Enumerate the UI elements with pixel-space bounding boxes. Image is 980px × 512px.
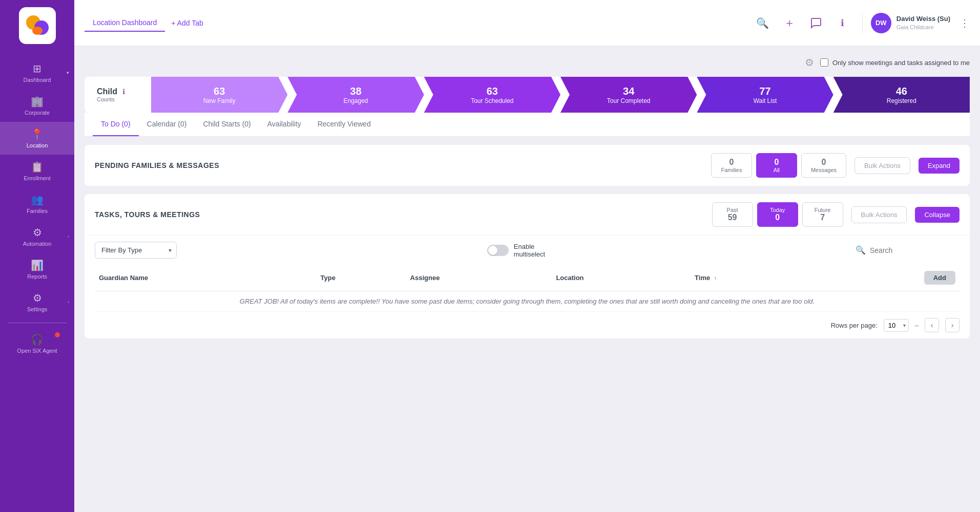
info-icon-button[interactable]: ℹ [833,14,852,32]
col-type: Type [316,265,406,291]
pending-expand-button[interactable]: Expand [919,158,960,174]
add-tab-button[interactable]: + Add Tab [165,15,209,31]
pipeline-stage-wait-list[interactable]: 77Wait List [697,77,833,113]
sidebar-item-dashboard[interactable]: ⊞ Dashboard ▾ [0,56,74,89]
pipeline-stages: 63New Family38Engaged63Tour Scheduled34T… [151,77,970,113]
tasks-collapse-button[interactable]: Collapse [915,207,960,223]
tasks-card: TASKS, TOURS & MEETINGS Past59Today0Futu… [85,194,970,338]
prev-page-button[interactable]: ‹ [925,318,939,332]
stage-name: New Family [203,97,236,104]
sidebar-item-corporate[interactable]: 🏢 Corporate [0,89,74,122]
stage-count: 63 [214,86,225,97]
corporate-icon: 🏢 [31,95,44,108]
col-time[interactable]: Time ↑ [691,265,807,291]
search-icon: 🔍 [856,245,866,255]
header-tab-location-dashboard[interactable]: Location Dashboard [85,14,165,32]
pending-filter-families[interactable]: 0Families [711,153,752,178]
sidebar-item-location[interactable]: 📍 Location [0,122,74,155]
pipeline-subtitle: Counts [97,96,115,102]
page-dash: – [915,322,919,329]
sidebar-item-open-six-agent[interactable]: 🎧 Open SiX Agent [0,327,74,360]
user-name: David Weiss (Su) [896,15,950,24]
pipeline-stage-registered[interactable]: 46Registered [833,77,970,113]
stage-count: 63 [487,86,498,97]
child-counts-pipeline: Child ℹ Counts 63New Family38Engaged63To… [85,77,970,113]
filter-label: All [774,167,780,173]
filter-count: 0 [729,158,734,167]
sidebar-item-enrollment[interactable]: 📋 Enrollment [0,155,74,187]
tab-todo[interactable]: To Do (0) [93,113,139,136]
multiselect-toggle[interactable] [487,245,509,256]
tasks-bulk-actions-button[interactable]: Bulk Actions [851,206,907,223]
filter-count: 0 [774,158,779,167]
pending-filter-messages[interactable]: 0Messages [801,153,846,178]
multiselect-toggle-group: Enablemultiselect [487,243,545,258]
rows-per-page-select[interactable]: 10 25 50 [884,319,909,332]
filter-label: Families [721,167,742,173]
tasks-table: Guardian Name Type Assignee Location Tim [95,265,960,312]
avatar: DW [871,13,891,33]
tabs-section: To Do (0)Calendar (0)Child Starts (0)Ava… [85,113,970,137]
filter-type-select-wrapper: Filter By Type ▾ [95,242,177,259]
sidebar-item-settings[interactable]: ⚙ Settings › [0,286,74,318]
header: Location Dashboard + Add Tab 🔍 ＋ ℹ DW Da… [74,0,980,46]
tab-availability[interactable]: Availability [259,113,309,136]
search-input[interactable] [870,246,960,254]
multiselect-label: Enablemultiselect [514,243,545,258]
toggle-thumb [488,246,497,255]
tab-calendar[interactable]: Calendar (0) [139,113,195,136]
pipeline-stage-tour-scheduled[interactable]: 63Tour Scheduled [424,77,560,113]
tasks-filter-past[interactable]: Past59 [712,202,753,227]
meetings-filter-checkbox[interactable]: Only show meetings and tasks assigned to… [820,58,970,67]
stage-count: 38 [350,86,361,97]
user-more-button[interactable]: ⋮ [960,17,970,29]
tab-recently-viewed[interactable]: Recently Viewed [309,113,379,136]
tasks-title: TASKS, TOURS & MEETINGS [95,210,704,219]
filter-label: Past [727,207,738,213]
sidebar-navigation: ⊞ Dashboard ▾ 🏢 Corporate 📍 Location 📋 E… [0,51,74,512]
tasks-filter-today[interactable]: Today0 [757,202,798,227]
filter-label: Today [770,207,785,213]
tab-child-starts[interactable]: Child Starts (0) [195,113,259,136]
filter-label: Future [815,207,831,213]
main-content: ⚙ Only show meetings and tasks assigned … [74,46,980,512]
pending-bulk-actions-button[interactable]: Bulk Actions [854,157,910,174]
pipeline-stage-tour-completed[interactable]: 34Tour Completed [560,77,697,113]
tasks-empty-message: GREAT JOB! All of today's items are comp… [95,291,960,312]
stage-count: 46 [896,86,907,97]
pipeline-stage-engaged[interactable]: 38Engaged [287,77,424,113]
filter-type-select[interactable]: Filter By Type [95,242,177,259]
agent-icon: 🎧 [31,333,44,346]
sidebar-item-automation[interactable]: ⚙ Automation › [0,220,74,253]
sidebar-logo [0,0,74,51]
logo-box [19,7,56,44]
search-icon-button[interactable]: 🔍 [754,14,772,32]
pending-families-card: PENDING FAMILIES & MESSAGES 0Families0Al… [85,145,970,186]
pipeline-info-icon[interactable]: ℹ [122,88,125,96]
meetings-checkbox-input[interactable] [820,58,828,67]
tasks-header: TASKS, TOURS & MEETINGS Past59Today0Futu… [85,194,970,235]
chat-icon-button[interactable] [807,14,825,32]
pending-filter-all[interactable]: 0All [756,153,797,178]
stage-name: Registered [887,97,916,104]
add-icon-button[interactable]: ＋ [780,14,799,32]
settings-gear-icon[interactable]: ⚙ [805,56,814,69]
pipeline-stage-new-family[interactable]: 63New Family [151,77,287,113]
col-add: Add [807,265,960,291]
header-tabs: Location Dashboard + Add Tab [85,14,754,32]
add-button[interactable]: Add [924,271,955,285]
settings-arrow: › [68,300,69,305]
dashboard-icon: ⊞ [33,62,41,75]
tasks-filter-future[interactable]: Future7 [802,202,843,227]
families-icon: 👥 [31,194,44,206]
sidebar-item-reports[interactable]: 📊 Reports [0,253,74,286]
tasks-table-wrapper: Guardian Name Type Assignee Location Tim [85,265,970,312]
filter-count: 0 [822,158,826,167]
sidebar-item-families[interactable]: 👥 Families [0,187,74,220]
pending-families-title: PENDING FAMILIES & MESSAGES [95,161,703,169]
pending-families-header: PENDING FAMILIES & MESSAGES 0Families0Al… [85,145,970,186]
next-page-button[interactable]: › [945,318,960,332]
tabs-bar: To Do (0)Calendar (0)Child Starts (0)Ava… [85,113,970,137]
col-guardian: Guardian Name [95,265,316,291]
rows-select-wrapper: 10 25 50 ▾ [884,319,909,332]
